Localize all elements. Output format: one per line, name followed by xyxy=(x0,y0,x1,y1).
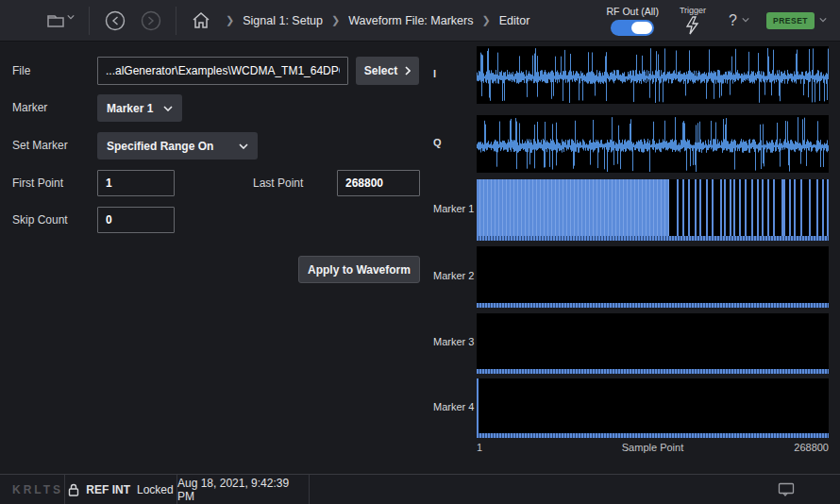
marker1-pulse-line xyxy=(724,179,726,236)
last-point-label: Last Point xyxy=(253,176,303,191)
select-label: Select xyxy=(364,64,397,77)
file-label: File xyxy=(12,63,30,78)
apply-to-waveform-button[interactable]: Apply to Waveform xyxy=(298,256,420,283)
marker-dropdown[interactable]: Marker 1 xyxy=(97,94,182,122)
marker1-pulse-line xyxy=(794,179,796,236)
forward-button[interactable] xyxy=(141,10,161,31)
plot-label-marker2: Marker 2 xyxy=(433,270,474,281)
plot-label-i: I xyxy=(433,68,436,79)
marker1-pulse-line xyxy=(745,179,747,236)
plot-marker1 xyxy=(477,179,829,241)
lock-icon xyxy=(68,483,79,496)
chat-bubble-icon[interactable] xyxy=(778,482,795,497)
marker4-left-edge-line xyxy=(477,378,479,438)
main-content: File Select Marker Marker 1 Set Marker S… xyxy=(0,42,840,474)
breadcrumb-editor[interactable]: Editor xyxy=(499,14,530,27)
marker1-pulse-line xyxy=(751,179,753,236)
marker1-pulse-line xyxy=(827,179,829,236)
preset-label: PRESET xyxy=(766,12,815,29)
skip-count-label: Skip Count xyxy=(12,212,68,227)
marker1-dense-region xyxy=(477,179,669,241)
chevron-down-icon xyxy=(67,14,75,20)
marker1-pulse-line xyxy=(699,179,701,236)
axis-title: Sample Point xyxy=(477,442,829,453)
marker1-pulse-line xyxy=(762,179,764,236)
marker1-pulse-line xyxy=(773,179,775,236)
folder-icon xyxy=(46,12,67,29)
plot-label-marker4: Marker 4 xyxy=(433,401,474,412)
plot-marker4 xyxy=(477,378,829,438)
plot-label-marker3: Marker 3 xyxy=(433,336,474,347)
top-toolbar: ❯ Signal 1: Setup ❯ Waveform File: Marke… xyxy=(0,0,840,42)
chevron-down-icon xyxy=(239,143,248,149)
first-point-input[interactable] xyxy=(97,170,175,196)
breadcrumb-waveform-markers[interactable]: Waveform File: Markers xyxy=(348,14,473,27)
marker1-pulse-line xyxy=(739,179,741,236)
plot-i xyxy=(477,46,829,104)
plot-label-marker1: Marker 1 xyxy=(433,203,474,214)
datetime-display: Aug 18, 2021, 9:42:39 PM xyxy=(177,475,310,504)
marker1-pulse-line xyxy=(688,179,690,236)
marker1-pulse-line xyxy=(677,179,679,236)
breadcrumb: ❯ Signal 1: Setup ❯ Waveform File: Marke… xyxy=(222,14,534,27)
chevron-down-icon xyxy=(742,17,749,25)
marker1-pulse-line xyxy=(757,179,759,236)
set-marker-dropdown[interactable]: Specified Range On xyxy=(97,132,258,160)
help-button[interactable]: ? xyxy=(729,12,749,29)
trigger-label: Trigger xyxy=(680,6,706,15)
chevron-right-icon: ❯ xyxy=(226,14,234,26)
skip-count-input[interactable] xyxy=(97,207,175,233)
brand-logo: KRLTS xyxy=(0,475,65,504)
marker1-pulse-line xyxy=(800,179,802,236)
marker1-pulse-line xyxy=(789,179,791,236)
file-menu-button[interactable] xyxy=(46,12,75,29)
sample-point-axis: 1 Sample Point 268800 xyxy=(477,442,829,455)
lightning-bolt-icon xyxy=(684,16,700,35)
toggle-knob xyxy=(631,22,652,34)
marker1-pulse-line xyxy=(720,179,722,236)
marker1-pulse-line xyxy=(781,179,785,236)
marker1-pulse-line xyxy=(809,179,811,236)
marker-label: Marker xyxy=(12,100,47,115)
trigger-button[interactable]: Trigger xyxy=(680,6,706,35)
ref-label: REF INT xyxy=(86,483,130,496)
marker4-baseline-strip xyxy=(477,433,829,438)
chevron-right-icon: ❯ xyxy=(481,14,490,26)
axis-end-tick: 268800 xyxy=(794,442,829,453)
marker1-pulse-line xyxy=(695,179,697,236)
chevron-right-icon: ❯ xyxy=(331,14,340,26)
rf-out-label: RF Out (All) xyxy=(606,6,658,17)
set-marker-label: Set Marker xyxy=(12,138,68,153)
marker2-baseline-strip xyxy=(477,303,829,308)
last-point-input[interactable] xyxy=(337,170,420,196)
back-button[interactable] xyxy=(105,10,126,31)
marker3-baseline-strip xyxy=(477,369,829,374)
status-bar: KRLTS REF INT Locked Aug 18, 2021, 9:42:… xyxy=(0,474,840,504)
set-marker-dropdown-value: Specified Range On xyxy=(107,140,213,153)
i-waveform-canvas xyxy=(477,46,829,104)
chevron-right-icon xyxy=(405,66,411,76)
marker1-pulse-line xyxy=(822,179,824,236)
app-window: ❯ Signal 1: Setup ❯ Waveform File: Marke… xyxy=(0,0,840,504)
chevron-down-icon xyxy=(819,17,827,25)
rf-out-control: RF Out (All) xyxy=(606,6,658,36)
status-bar-spacer xyxy=(310,475,840,504)
ref-lock-state: Locked xyxy=(137,483,174,496)
home-icon[interactable] xyxy=(192,11,210,29)
marker1-pulse-line xyxy=(730,179,731,236)
select-file-button[interactable]: Select xyxy=(356,57,419,85)
plot-marker2 xyxy=(477,246,829,308)
file-path-input[interactable] xyxy=(97,57,348,85)
marker1-pulse-line xyxy=(706,179,708,236)
first-point-label: First Point xyxy=(12,176,63,191)
rf-out-toggle[interactable] xyxy=(611,20,654,36)
breadcrumb-signal-setup[interactable]: Signal 1: Setup xyxy=(243,14,323,27)
preset-button[interactable]: PRESET xyxy=(766,12,827,29)
menu-icon[interactable] xyxy=(10,14,29,27)
plot-marker3 xyxy=(477,313,829,374)
toolbar-divider xyxy=(89,7,90,35)
help-icon: ? xyxy=(729,12,737,29)
marker1-pulse-line xyxy=(712,179,714,236)
marker1-baseline-strip xyxy=(477,236,829,241)
marker1-pulse-line xyxy=(733,179,735,236)
